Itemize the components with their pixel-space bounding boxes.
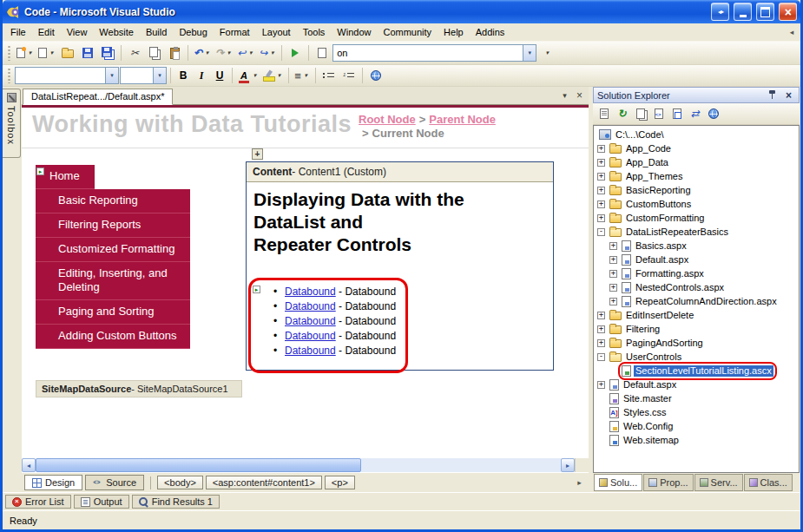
tree-item-basics-aspx[interactable]: +Basics.aspx [594, 239, 799, 253]
toolbar-grip[interactable] [7, 45, 11, 61]
menu-item-debug[interactable]: Debug [173, 24, 213, 40]
css-class-combo[interactable] [15, 67, 119, 84]
menu-item-community[interactable]: Community [377, 24, 438, 40]
tree-item-filtering[interactable]: +Filtering [594, 322, 799, 336]
panel-tab-serv[interactable]: Serv... [694, 474, 743, 491]
toolbox-tab[interactable]: Toolbox [3, 89, 21, 158]
menu-overflow-button[interactable] [785, 28, 799, 36]
open-file-button[interactable] [58, 43, 77, 62]
tree-expander-icon[interactable]: - [597, 353, 605, 361]
tree-expander-icon[interactable]: + [609, 256, 617, 264]
panel-tab-solu[interactable]: Solu... [594, 474, 642, 491]
document-tab[interactable]: DataListRepeat.../Default.aspx* [23, 89, 173, 105]
tag-button[interactable]: <body> [157, 476, 203, 489]
tree-item-nestedcontrols-aspx[interactable]: +NestedControls.aspx [594, 280, 799, 294]
databound-link[interactable]: Databound [285, 286, 336, 298]
bottom-tab-find-results-1[interactable]: Find Results 1 [132, 495, 220, 509]
tree-item-custombuttons[interactable]: +CustomButtons [594, 197, 799, 211]
bold-button[interactable]: B [174, 67, 192, 84]
tree-item-styles-css[interactable]: Styles.css [594, 405, 799, 419]
combo-arrow-icon[interactable] [153, 68, 166, 83]
cut-button[interactable] [125, 43, 144, 62]
close-button[interactable] [779, 3, 797, 21]
tag-button[interactable]: <p> [325, 476, 355, 489]
databound-link[interactable]: Databound [285, 315, 336, 327]
tag-scroll-right-button[interactable] [573, 478, 586, 487]
tree-item-default-aspx[interactable]: +Default.aspx [594, 253, 799, 266]
tree-item-sectionleveltutoriallisting-ascx[interactable]: SectionLevelTutorialListing.ascx [594, 364, 799, 378]
view-code-button[interactable] [651, 107, 666, 122]
minimize-button[interactable] [734, 3, 752, 21]
copy-web-site-button[interactable] [688, 107, 702, 122]
menu-item-addins[interactable]: Addins [470, 24, 511, 40]
underline-button[interactable]: U [211, 67, 228, 84]
nav-item-paging-and-sorting[interactable]: Paging and Sorting [36, 300, 190, 325]
undo-button[interactable] [192, 43, 213, 62]
font-size-combo[interactable] [120, 67, 167, 84]
tree-item-editinsertdelete[interactable]: +EditInsertDelete [594, 308, 799, 322]
highlight-button[interactable] [261, 66, 285, 85]
menu-item-tools[interactable]: Tools [297, 24, 332, 40]
panel-tab-clas[interactable]: Clas... [744, 474, 793, 491]
redo-button[interactable] [214, 43, 234, 62]
sitemapdatasource-control[interactable]: SiteMapDataSource - SiteMapDataSource1 [36, 380, 242, 397]
solution-tree[interactable]: C:\...\Code\+App_Code+App_Data+App_Theme… [593, 125, 800, 473]
design-view-button[interactable]: Design [24, 475, 82, 490]
panel-tab-prop[interactable]: Prop... [643, 474, 693, 491]
nav-item-customized-formatting[interactable]: Customized Formatting [36, 238, 190, 262]
maximize-button[interactable] [756, 3, 774, 21]
paste-button[interactable] [165, 43, 184, 62]
close-document-button[interactable] [573, 89, 586, 102]
tree-expander-icon[interactable]: + [609, 298, 617, 305]
scroll-track[interactable] [36, 458, 561, 472]
menu-item-view[interactable]: View [61, 24, 94, 40]
config-combo[interactable]: on [332, 44, 536, 62]
toolbar-grip[interactable] [7, 68, 11, 83]
tree-expander-icon[interactable]: + [597, 200, 605, 208]
tree-expander-icon[interactable]: + [597, 312, 605, 319]
aspnet-configuration-button[interactable] [706, 107, 721, 122]
menu-item-edit[interactable]: Edit [32, 24, 61, 40]
numbered-list-button[interactable] [339, 66, 359, 85]
databound-link[interactable]: Databound [285, 300, 336, 312]
tree-expander-icon[interactable]: - [597, 228, 605, 236]
tree-expander-icon[interactable]: + [609, 284, 617, 292]
tree-item-datalistrepeaterbasics[interactable]: -DataListRepeaterBasics [594, 225, 799, 239]
toolbar-options-button[interactable] [537, 43, 556, 62]
tree-expander-icon[interactable]: + [597, 381, 605, 389]
tree-expander-icon[interactable]: + [597, 214, 605, 222]
nav-item-basic-reporting[interactable]: Basic Reporting [36, 189, 190, 213]
tree-expander-icon[interactable]: + [597, 325, 605, 333]
tree-item-app-data[interactable]: +App_Data [594, 155, 799, 169]
combo-arrow-icon[interactable] [105, 68, 118, 83]
menu-item-layout[interactable]: Layout [256, 24, 297, 40]
start-debug-button[interactable] [286, 43, 305, 62]
italic-button[interactable]: I [193, 67, 210, 84]
tree-item-basicreporting[interactable]: +BasicReporting [594, 183, 799, 197]
design-surface[interactable]: Working with Data Tutorials Root Node>Pa… [22, 105, 589, 458]
nav-item-filtering-reports[interactable]: Filtering Reports [36, 213, 190, 238]
tree-item-formatting-aspx[interactable]: +Formatting.aspx [594, 266, 799, 280]
nav-item-home[interactable]: Home [36, 165, 95, 189]
move-handle-icon[interactable] [252, 148, 263, 160]
scroll-right-button[interactable] [561, 458, 575, 472]
copy-button[interactable] [145, 43, 164, 62]
breadcrumb-parent-link[interactable]: Parent Node [429, 113, 496, 126]
refresh-button[interactable] [615, 107, 629, 122]
bottom-tab-output[interactable]: Output [74, 495, 129, 509]
menu-item-file[interactable]: File [4, 24, 32, 40]
tag-button[interactable]: <asp:content#content1> [206, 476, 322, 489]
bottom-tab-error-list[interactable]: Error List [5, 495, 71, 509]
navigate-forward-button[interactable] [257, 43, 278, 62]
save-all-button[interactable] [98, 43, 117, 62]
tree-item-app-themes[interactable]: +App_Themes [594, 169, 799, 183]
properties-button[interactable] [596, 107, 611, 122]
scroll-left-button[interactable] [22, 458, 36, 472]
add-item-button[interactable] [36, 43, 57, 62]
close-panel-button[interactable] [782, 89, 795, 102]
source-view-button[interactable]: Source [85, 475, 144, 490]
title-bar[interactable]: Code - Microsoft Visual Studio [3, 0, 800, 23]
tree-expander-icon[interactable]: + [597, 173, 605, 181]
combo-arrow-icon[interactable] [523, 45, 536, 61]
tree-item-repeatcolumnanddirection-aspx[interactable]: +RepeatColumnAndDirection.aspx [594, 294, 799, 308]
